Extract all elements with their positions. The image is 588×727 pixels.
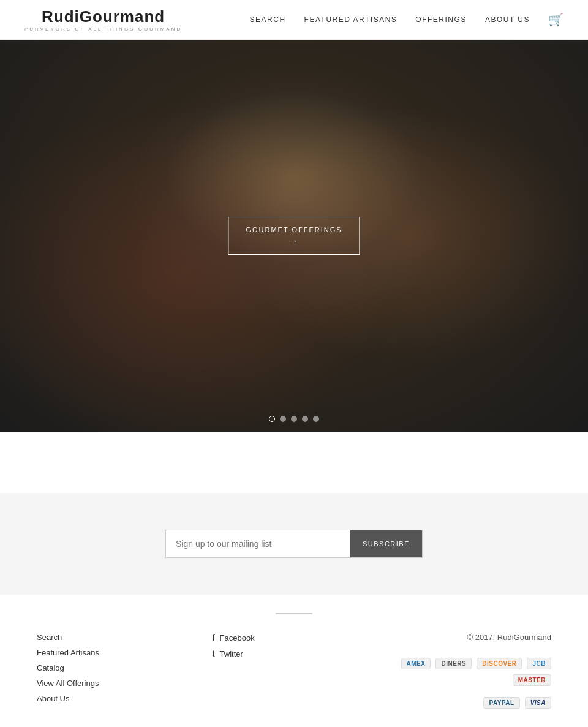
footer-links-col: Search Featured Artisans Catalog View Al… <box>37 633 200 714</box>
nav-about-us[interactable]: ABOUT US <box>485 15 530 24</box>
mailing-section: SUBSCRIBE <box>0 493 588 595</box>
nav-featured-artisans[interactable]: FEATURED ARTISANS <box>304 15 398 24</box>
main-nav: SEARCH FEATURED ARTISANS OFFERINGS ABOUT… <box>250 12 564 27</box>
header: RudiGourmand PURVEYORS OF ALL THINGS GOU… <box>0 0 588 40</box>
logo-tagline: PURVEYORS OF ALL THINGS GOURMAND <box>24 26 182 32</box>
spacer <box>0 432 588 493</box>
divider-line <box>276 613 312 614</box>
footer-social-col: f Facebook t Twitter <box>213 633 376 714</box>
payment-discover: DISCOVER <box>477 658 522 669</box>
footer-right-col: © 2017, RudiGourmand AMEX DINERS DISCOVE… <box>388 633 551 714</box>
footer-facebook[interactable]: f Facebook <box>213 633 376 642</box>
payment-icons: AMEX DINERS DISCOVER JCB MASTER <box>388 658 551 686</box>
footer-twitter[interactable]: t Twitter <box>213 649 376 658</box>
footer-link-view-all[interactable]: View All Offerings <box>37 679 200 688</box>
footer-facebook-label: Facebook <box>220 633 255 642</box>
footer-link-featured-artisans[interactable]: Featured Artisans <box>37 648 200 657</box>
footer: Search Featured Artisans Catalog View Al… <box>0 620 588 727</box>
divider-section <box>0 595 588 620</box>
carousel-dot-4[interactable] <box>302 416 308 422</box>
carousel-dot-1[interactable] <box>269 416 275 422</box>
logo[interactable]: RudiGourmand PURVEYORS OF ALL THINGS GOU… <box>24 7 182 32</box>
payment-amex: AMEX <box>401 658 431 669</box>
twitter-icon: t <box>213 649 215 658</box>
hero-cta-arrow: → <box>289 236 299 246</box>
footer-link-catalog[interactable]: Catalog <box>37 663 200 672</box>
payment-paypal: PAYPAL <box>483 697 519 709</box>
hero-cta-label: GOURMET OFFERINGS <box>246 226 342 233</box>
footer-link-search[interactable]: Search <box>37 633 200 642</box>
carousel-dot-2[interactable] <box>280 416 286 422</box>
carousel-dot-5[interactable] <box>313 416 319 422</box>
hero-cta-button[interactable]: GOURMET OFFERINGS → <box>228 217 360 255</box>
logo-name: RudiGourmand <box>42 7 165 26</box>
facebook-icon: f <box>213 633 215 642</box>
mailing-input[interactable] <box>166 530 350 557</box>
mailing-form: SUBSCRIBE <box>165 530 423 558</box>
nav-search[interactable]: SEARCH <box>250 15 286 24</box>
payment-diners: DINERS <box>435 658 472 669</box>
payment-visa: VISA <box>525 697 551 709</box>
carousel-dot-3[interactable] <box>291 416 297 422</box>
footer-link-about-us[interactable]: About Us <box>37 694 200 703</box>
copyright-text: © 2017, RudiGourmand <box>388 633 551 642</box>
nav-offerings[interactable]: OFFERINGS <box>415 15 467 24</box>
hero-carousel-dots <box>269 416 319 422</box>
hero-section: GOURMET OFFERINGS → <box>0 40 588 432</box>
footer-twitter-label: Twitter <box>220 649 243 658</box>
payment-jcb: JCB <box>527 658 551 669</box>
cart-icon[interactable]: 🛒 <box>548 12 564 27</box>
payment-master: MASTER <box>513 674 551 686</box>
payment-icons-2: PAYPAL VISA <box>388 697 551 709</box>
subscribe-button[interactable]: SUBSCRIBE <box>350 530 422 557</box>
